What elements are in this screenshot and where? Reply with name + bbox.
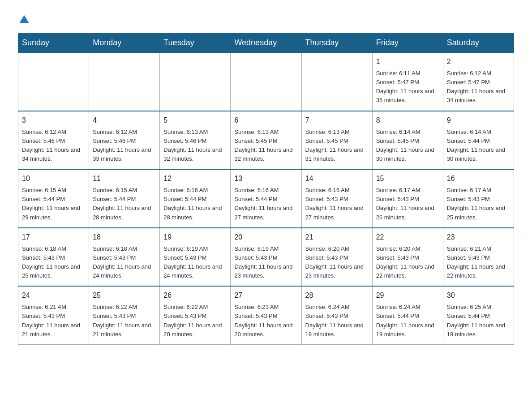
calendar-cell: 8Sunrise: 6:14 AM Sunset: 5:45 PM Daylig… bbox=[372, 111, 443, 170]
calendar-cell: 25Sunrise: 6:22 AM Sunset: 5:43 PM Dayli… bbox=[89, 286, 160, 344]
day-number: 22 bbox=[376, 232, 439, 243]
day-info: Sunrise: 6:16 AM Sunset: 5:44 PM Dayligh… bbox=[234, 187, 292, 220]
weekday-header-row: SundayMondayTuesdayWednesdayThursdayFrid… bbox=[18, 34, 514, 53]
calendar-cell: 6Sunrise: 6:13 AM Sunset: 5:45 PM Daylig… bbox=[231, 111, 301, 170]
day-info: Sunrise: 6:13 AM Sunset: 5:45 PM Dayligh… bbox=[305, 128, 364, 162]
day-number: 17 bbox=[22, 232, 85, 243]
day-info: Sunrise: 6:15 AM Sunset: 5:44 PM Dayligh… bbox=[22, 187, 80, 220]
day-number: 5 bbox=[163, 115, 227, 126]
calendar-cell: 12Sunrise: 6:16 AM Sunset: 5:44 PM Dayli… bbox=[160, 169, 231, 228]
day-info: Sunrise: 6:15 AM Sunset: 5:44 PM Dayligh… bbox=[93, 187, 151, 220]
day-number: 12 bbox=[163, 173, 227, 184]
day-number: 25 bbox=[93, 290, 156, 301]
week-row-3: 10Sunrise: 6:15 AM Sunset: 5:44 PM Dayli… bbox=[18, 169, 514, 228]
logo bbox=[18, 13, 29, 24]
calendar-cell bbox=[301, 52, 372, 111]
day-info: Sunrise: 6:17 AM Sunset: 5:43 PM Dayligh… bbox=[376, 187, 434, 220]
day-number: 7 bbox=[305, 115, 369, 126]
day-info: Sunrise: 6:14 AM Sunset: 5:45 PM Dayligh… bbox=[376, 128, 434, 162]
day-info: Sunrise: 6:18 AM Sunset: 5:43 PM Dayligh… bbox=[93, 245, 151, 279]
week-row-2: 3Sunrise: 6:12 AM Sunset: 5:46 PM Daylig… bbox=[18, 111, 514, 170]
calendar-cell: 29Sunrise: 6:24 AM Sunset: 5:44 PM Dayli… bbox=[372, 286, 443, 344]
day-number: 6 bbox=[234, 115, 297, 126]
calendar-cell: 15Sunrise: 6:17 AM Sunset: 5:43 PM Dayli… bbox=[372, 169, 443, 228]
calendar-cell bbox=[231, 52, 301, 111]
day-number: 13 bbox=[234, 173, 297, 184]
day-number: 29 bbox=[376, 290, 439, 301]
calendar-cell bbox=[18, 52, 89, 111]
day-info: Sunrise: 6:20 AM Sunset: 5:43 PM Dayligh… bbox=[376, 245, 434, 279]
day-info: Sunrise: 6:14 AM Sunset: 5:44 PM Dayligh… bbox=[447, 128, 505, 162]
day-number: 8 bbox=[376, 115, 439, 126]
day-number: 9 bbox=[447, 115, 510, 126]
day-number: 26 bbox=[163, 290, 227, 301]
calendar-cell: 21Sunrise: 6:20 AM Sunset: 5:43 PM Dayli… bbox=[301, 228, 372, 287]
weekday-header-thursday: Thursday bbox=[301, 34, 372, 53]
day-info: Sunrise: 6:12 AM Sunset: 5:46 PM Dayligh… bbox=[22, 128, 80, 162]
day-info: Sunrise: 6:24 AM Sunset: 5:43 PM Dayligh… bbox=[305, 304, 364, 337]
calendar-cell: 9Sunrise: 6:14 AM Sunset: 5:44 PM Daylig… bbox=[443, 111, 514, 170]
day-info: Sunrise: 6:13 AM Sunset: 5:46 PM Dayligh… bbox=[163, 128, 222, 162]
day-number: 28 bbox=[305, 290, 369, 301]
weekday-header-tuesday: Tuesday bbox=[160, 34, 231, 53]
calendar-cell: 5Sunrise: 6:13 AM Sunset: 5:46 PM Daylig… bbox=[160, 111, 231, 170]
day-info: Sunrise: 6:12 AM Sunset: 5:47 PM Dayligh… bbox=[447, 70, 505, 103]
calendar-cell: 20Sunrise: 6:19 AM Sunset: 5:43 PM Dayli… bbox=[231, 228, 301, 287]
svg-marker-0 bbox=[19, 15, 29, 23]
day-info: Sunrise: 6:23 AM Sunset: 5:43 PM Dayligh… bbox=[234, 304, 292, 337]
day-number: 15 bbox=[376, 173, 439, 184]
day-info: Sunrise: 6:24 AM Sunset: 5:44 PM Dayligh… bbox=[376, 304, 434, 337]
calendar-cell: 26Sunrise: 6:22 AM Sunset: 5:43 PM Dayli… bbox=[160, 286, 231, 344]
calendar-cell: 23Sunrise: 6:21 AM Sunset: 5:43 PM Dayli… bbox=[443, 228, 514, 287]
weekday-header-monday: Monday bbox=[89, 34, 160, 53]
day-info: Sunrise: 6:16 AM Sunset: 5:44 PM Dayligh… bbox=[163, 187, 222, 220]
calendar-cell: 17Sunrise: 6:18 AM Sunset: 5:43 PM Dayli… bbox=[18, 228, 89, 287]
calendar-cell: 2Sunrise: 6:12 AM Sunset: 5:47 PM Daylig… bbox=[443, 52, 514, 111]
day-number: 18 bbox=[93, 232, 156, 243]
day-number: 24 bbox=[22, 290, 85, 301]
calendar-cell: 27Sunrise: 6:23 AM Sunset: 5:43 PM Dayli… bbox=[231, 286, 301, 344]
weekday-header-saturday: Saturday bbox=[443, 34, 514, 53]
day-number: 11 bbox=[93, 173, 156, 184]
calendar-cell: 28Sunrise: 6:24 AM Sunset: 5:43 PM Dayli… bbox=[301, 286, 372, 344]
calendar-cell: 22Sunrise: 6:20 AM Sunset: 5:43 PM Dayli… bbox=[372, 228, 443, 287]
day-number: 16 bbox=[447, 173, 510, 184]
day-number: 23 bbox=[447, 232, 510, 243]
week-row-1: 1Sunrise: 6:11 AM Sunset: 5:47 PM Daylig… bbox=[18, 52, 514, 111]
calendar-cell: 4Sunrise: 6:12 AM Sunset: 5:46 PM Daylig… bbox=[89, 111, 160, 170]
calendar-cell: 11Sunrise: 6:15 AM Sunset: 5:44 PM Dayli… bbox=[89, 169, 160, 228]
calendar-cell: 19Sunrise: 6:19 AM Sunset: 5:43 PM Dayli… bbox=[160, 228, 231, 287]
day-info: Sunrise: 6:18 AM Sunset: 5:43 PM Dayligh… bbox=[22, 245, 80, 279]
day-info: Sunrise: 6:16 AM Sunset: 5:43 PM Dayligh… bbox=[305, 187, 364, 220]
day-number: 21 bbox=[305, 232, 369, 243]
day-number: 3 bbox=[22, 115, 85, 126]
calendar-cell: 10Sunrise: 6:15 AM Sunset: 5:44 PM Dayli… bbox=[18, 169, 89, 228]
calendar-cell: 14Sunrise: 6:16 AM Sunset: 5:43 PM Dayli… bbox=[301, 169, 372, 228]
day-info: Sunrise: 6:12 AM Sunset: 5:46 PM Dayligh… bbox=[93, 128, 151, 162]
page-header bbox=[18, 13, 514, 24]
day-info: Sunrise: 6:21 AM Sunset: 5:43 PM Dayligh… bbox=[22, 304, 80, 337]
weekday-header-wednesday: Wednesday bbox=[231, 34, 301, 53]
day-info: Sunrise: 6:20 AM Sunset: 5:43 PM Dayligh… bbox=[305, 245, 364, 279]
day-number: 14 bbox=[305, 173, 369, 184]
weekday-header-friday: Friday bbox=[372, 34, 443, 53]
day-number: 30 bbox=[447, 290, 510, 301]
day-info: Sunrise: 6:25 AM Sunset: 5:44 PM Dayligh… bbox=[447, 304, 505, 337]
day-number: 20 bbox=[234, 232, 297, 243]
calendar-cell: 16Sunrise: 6:17 AM Sunset: 5:43 PM Dayli… bbox=[443, 169, 514, 228]
calendar-cell: 13Sunrise: 6:16 AM Sunset: 5:44 PM Dayli… bbox=[231, 169, 301, 228]
calendar-cell: 18Sunrise: 6:18 AM Sunset: 5:43 PM Dayli… bbox=[89, 228, 160, 287]
day-info: Sunrise: 6:22 AM Sunset: 5:43 PM Dayligh… bbox=[93, 304, 151, 337]
day-info: Sunrise: 6:19 AM Sunset: 5:43 PM Dayligh… bbox=[234, 245, 292, 279]
calendar-cell bbox=[89, 52, 160, 111]
logo-triangle-icon bbox=[19, 14, 29, 24]
week-row-5: 24Sunrise: 6:21 AM Sunset: 5:43 PM Dayli… bbox=[18, 286, 514, 344]
day-number: 4 bbox=[93, 115, 156, 126]
day-info: Sunrise: 6:11 AM Sunset: 5:47 PM Dayligh… bbox=[376, 70, 434, 103]
week-row-4: 17Sunrise: 6:18 AM Sunset: 5:43 PM Dayli… bbox=[18, 228, 514, 287]
calendar-cell: 24Sunrise: 6:21 AM Sunset: 5:43 PM Dayli… bbox=[18, 286, 89, 344]
calendar-cell: 30Sunrise: 6:25 AM Sunset: 5:44 PM Dayli… bbox=[443, 286, 514, 344]
calendar-cell: 7Sunrise: 6:13 AM Sunset: 5:45 PM Daylig… bbox=[301, 111, 372, 170]
day-info: Sunrise: 6:21 AM Sunset: 5:43 PM Dayligh… bbox=[447, 245, 505, 279]
day-info: Sunrise: 6:13 AM Sunset: 5:45 PM Dayligh… bbox=[234, 128, 292, 162]
